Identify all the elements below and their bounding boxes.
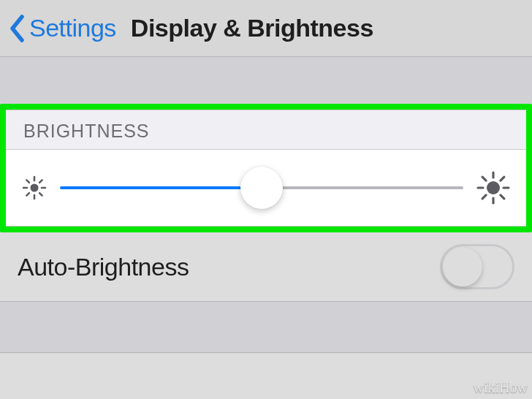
svg-line-16 [482,195,486,199]
brightness-slider-row [6,149,526,227]
svg-line-7 [26,193,29,196]
svg-line-14 [482,177,486,180]
slider-track-rest [262,186,463,189]
auto-brightness-label: Auto-Brightness [18,253,189,281]
svg-line-8 [39,180,42,183]
brightness-section-header: BRIGHTNESS [6,110,526,149]
spacer [0,57,532,104]
back-chevron-icon[interactable] [9,15,25,42]
auto-brightness-toggle[interactable] [440,244,514,289]
nav-header: Settings Display & Brightness [0,0,532,57]
slider-track-fill [60,186,262,189]
back-button-label[interactable]: Settings [29,14,116,42]
highlight-annotation: BRIGHTNESS [0,104,532,232]
svg-line-15 [501,195,504,199]
next-row[interactable] [0,353,532,399]
auto-brightness-row: Auto-Brightness [0,232,532,302]
brightness-high-icon [476,171,510,205]
toggle-knob [443,247,482,286]
spacer [0,302,532,353]
slider-thumb[interactable] [240,167,283,209]
watermark: wikiHow [474,379,528,396]
svg-line-17 [501,177,504,180]
svg-point-9 [487,181,500,194]
brightness-low-icon [22,175,47,200]
svg-point-0 [31,184,39,192]
brightness-slider[interactable] [60,186,463,189]
svg-line-6 [39,193,42,196]
svg-line-5 [26,180,29,183]
page-title: Display & Brightness [131,14,373,42]
